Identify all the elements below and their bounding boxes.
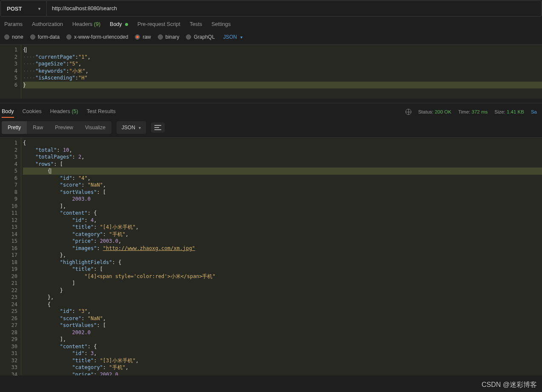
request-body-editor[interactable]: 1 2 3 4 5 6 { ····"currentPage":"1", ···…	[0, 44, 542, 99]
tab-body-label: Body	[110, 21, 122, 27]
response-view-controls: Pretty Raw Preview Visualize JSON ▾	[0, 118, 542, 137]
globe-icon[interactable]	[405, 109, 411, 115]
resp-tab-headers-count: (5)	[71, 108, 78, 114]
status-group: Status: 200 OK Time: 372 ms Size: 1.41 K…	[405, 109, 540, 115]
wrap-lines-button[interactable]	[151, 122, 165, 133]
watermark: CSDN @迷彩博客	[482, 381, 537, 389]
radio-raw-label: raw	[143, 34, 151, 40]
chevron-down-icon: ▾	[139, 125, 141, 130]
method-label: POST	[7, 6, 22, 12]
line-number: 6	[0, 82, 17, 89]
body-type-row: none form-data x-www-form-urlencoded raw…	[0, 31, 542, 44]
code-area[interactable]: { "total": 10, "totalPages": 2, "rows": …	[21, 138, 542, 375]
resp-tab-headers[interactable]: Headers (5)	[50, 106, 78, 118]
tab-headers[interactable]: Headers (9)	[72, 21, 100, 27]
tab-settings[interactable]: Settings	[211, 21, 231, 27]
radio-raw[interactable]: raw	[135, 34, 151, 40]
response-header: Body Cookies Headers (5) Test Results St…	[0, 103, 542, 118]
status-label: Status:	[418, 109, 434, 114]
response-body-editor[interactable]: 1234567891011121314151617181920212223242…	[0, 137, 542, 375]
radio-xwww[interactable]: x-www-form-urlencoded	[66, 34, 128, 40]
size-label: Size:	[494, 109, 505, 114]
tab-tests[interactable]: Tests	[190, 21, 202, 27]
gutter: 1 2 3 4 5 6	[0, 45, 21, 99]
view-visualize[interactable]: Visualize	[79, 121, 111, 134]
radio-none[interactable]: none	[4, 34, 23, 40]
view-raw[interactable]: Raw	[27, 121, 49, 134]
radio-graphql-label: GraphQL	[194, 34, 214, 40]
dot-icon	[125, 23, 128, 26]
status-value: 200 OK	[435, 109, 451, 114]
radio-binary-label: binary	[165, 34, 180, 40]
line-number: 5	[0, 74, 17, 82]
body-lang-label: JSON	[223, 34, 237, 40]
time-value: 372 ms	[472, 109, 488, 114]
save-response[interactable]: Sa	[531, 109, 537, 114]
method-select[interactable]: POST ▾	[1, 1, 47, 16]
radio-graphql[interactable]: GraphQL	[186, 34, 214, 40]
radio-formdata-label: form-data	[38, 34, 60, 40]
time-label: Time:	[458, 109, 470, 114]
tab-params[interactable]: Params	[4, 21, 23, 27]
line-number: 2	[0, 54, 17, 61]
radio-none-label: none	[12, 34, 23, 40]
response-lang-select[interactable]: JSON ▾	[117, 121, 146, 134]
line-number: 3	[0, 60, 17, 68]
chevron-down-icon: ▾	[38, 6, 40, 11]
url-text: http://localhost:8080/search	[52, 6, 117, 11]
view-mode-segment: Pretty Raw Preview Visualize	[2, 121, 111, 134]
tab-headers-count: (9)	[94, 21, 100, 27]
radio-xwww-label: x-www-form-urlencoded	[74, 34, 128, 40]
resp-tab-headers-label: Headers	[50, 108, 70, 114]
tab-prerequest[interactable]: Pre-request Script	[137, 21, 180, 27]
resp-tab-testresults[interactable]: Test Results	[87, 106, 116, 118]
view-preview[interactable]: Preview	[49, 121, 79, 134]
line-number: 1	[0, 46, 17, 54]
chevron-down-icon: ▾	[240, 35, 242, 40]
request-tabs: Params Authorization Headers (9) Body Pr…	[0, 17, 542, 31]
response-tabs: Body Cookies Headers (5) Test Results	[2, 106, 116, 118]
tab-body[interactable]: Body	[110, 21, 128, 27]
line-number: 4	[0, 68, 17, 75]
code-area[interactable]: { ····"currentPage":"1", ····"pageSize":…	[21, 45, 542, 99]
request-bar: POST ▾ http://localhost:8080/search	[0, 0, 542, 17]
view-pretty[interactable]: Pretty	[2, 121, 27, 134]
size-value: 1.41 KB	[507, 109, 524, 114]
url-input[interactable]: http://localhost:8080/search	[47, 1, 541, 16]
tab-headers-label: Headers	[72, 21, 92, 27]
resp-tab-body[interactable]: Body	[2, 106, 14, 118]
response-lang-label: JSON	[122, 125, 135, 131]
radio-binary[interactable]: binary	[158, 34, 180, 40]
body-lang-select[interactable]: JSON ▾	[223, 34, 242, 40]
gutter: 1234567891011121314151617181920212223242…	[0, 138, 21, 375]
radio-formdata[interactable]: form-data	[30, 34, 60, 40]
resp-tab-cookies[interactable]: Cookies	[23, 106, 42, 118]
tab-authorization[interactable]: Authorization	[32, 21, 63, 27]
